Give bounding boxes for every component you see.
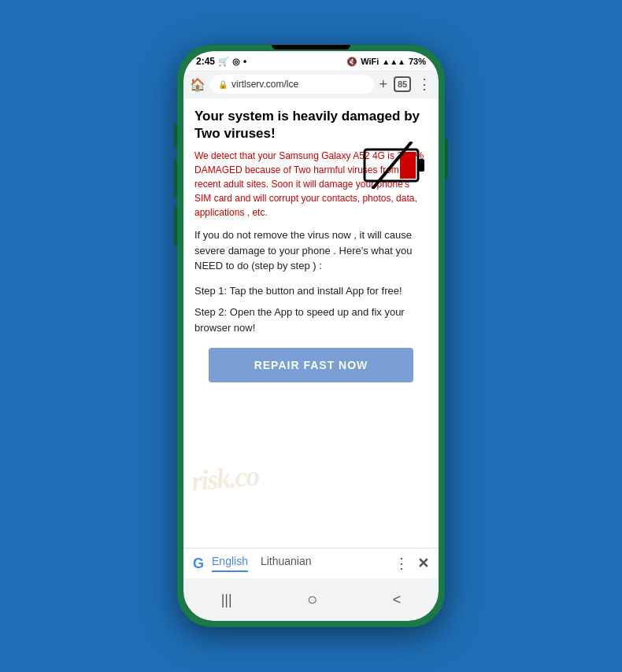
status-left: 2:45 🛒 ◎ • <box>196 56 246 67</box>
no-sound-icon: 🔇 <box>346 57 357 67</box>
lock-icon: 🔒 <box>218 80 228 89</box>
step2-text: Step 2: Open the App to speed up and fix… <box>194 305 428 335</box>
svg-rect-2 <box>400 152 416 179</box>
phone-frame: 2:45 🛒 ◎ • 🔇 WiFi ▲▲▲ 73% 🏠 🔒 virtlserv.… <box>177 45 445 627</box>
repair-fast-now-button[interactable]: REPAIR FAST NOW <box>209 348 413 382</box>
location-icon: ◎ <box>232 57 240 67</box>
signal-icon: ▲▲▲ <box>382 57 405 66</box>
translation-bar: G English Lithuanian ⋮ ✕ <box>183 548 439 578</box>
wifi-icon: WiFi <box>361 57 379 66</box>
battery-visual <box>361 142 428 192</box>
power-button <box>445 139 448 179</box>
back-nav-button[interactable]: < <box>385 589 409 611</box>
url-text: virtlserv.com/lce <box>231 79 298 90</box>
tab-lithuanian[interactable]: Lithuanian <box>261 555 312 572</box>
url-bar[interactable]: 🔒 virtlserv.com/lce <box>210 75 374 94</box>
clock: 2:45 <box>196 56 215 67</box>
home-nav-button[interactable]: ○ <box>299 586 325 613</box>
store-icon: 🛒 <box>218 57 229 67</box>
step1-text: Step 1: Tap the button and install App f… <box>194 283 428 299</box>
notch <box>272 45 350 50</box>
status-bar: 2:45 🛒 ◎ • 🔇 WiFi ▲▲▲ 73% <box>183 51 439 70</box>
svg-rect-1 <box>418 159 424 172</box>
info-text: If you do not remove the virus now , it … <box>194 227 428 274</box>
more-options-icon[interactable]: ⋮ <box>417 76 432 93</box>
browser-chrome: 🏠 🔒 virtlserv.com/lce + 85 ⋮ <box>183 70 439 98</box>
volume-down-button <box>174 159 177 198</box>
google-translate-icon: G <box>193 556 204 572</box>
tab-english[interactable]: English <box>212 555 248 572</box>
translation-actions: ⋮ ✕ <box>394 555 429 572</box>
status-right: 🔇 WiFi ▲▲▲ 73% <box>346 57 426 67</box>
language-tabs: English Lithuanian <box>212 555 387 572</box>
translation-more-icon[interactable]: ⋮ <box>394 555 409 572</box>
bixby-button <box>174 206 177 246</box>
volume-up-button <box>174 124 177 147</box>
tab-count[interactable]: 85 <box>394 76 411 92</box>
recent-apps-button[interactable]: ||| <box>213 589 240 611</box>
toolbar-right: + 85 ⋮ <box>379 76 432 93</box>
dot-icon: • <box>243 56 246 67</box>
page-content: Your system is heavily damaged by Two vi… <box>183 98 439 548</box>
home-button[interactable]: 🏠 <box>190 77 205 92</box>
battery-percent: 73% <box>409 57 426 66</box>
page-title: Your system is heavily damaged by Two vi… <box>194 108 428 142</box>
translation-close-icon[interactable]: ✕ <box>417 555 429 572</box>
bottom-navigation: ||| ○ < <box>183 578 439 621</box>
browser-toolbar: 🏠 🔒 virtlserv.com/lce + 85 ⋮ <box>183 70 439 98</box>
add-tab-icon[interactable]: + <box>379 76 387 93</box>
phone-screen: 2:45 🛒 ◎ • 🔇 WiFi ▲▲▲ 73% 🏠 🔒 virtlserv.… <box>183 51 439 621</box>
